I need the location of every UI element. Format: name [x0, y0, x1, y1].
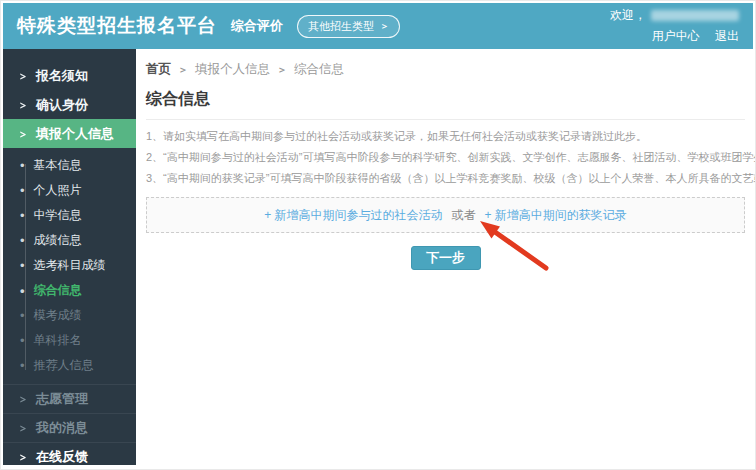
top-header: 特殊类型招生报名平台 综合评价 其他招生类型 ＞ 欢迎， 用户中心 退出: [3, 3, 753, 49]
sidebar-item-elective-scores[interactable]: • 选考科目成绩: [3, 253, 136, 278]
sidebar-item-fill-personal-info[interactable]: ＞ 填报个人信息: [3, 119, 136, 148]
chevron-right-icon: ＞: [18, 67, 28, 84]
bullet-icon: •: [20, 309, 25, 322]
instruction-line-3: 3、“高中期间的获奖记录”可填写高中阶段获得的省级（含）以上学科竞赛奖励、校级（…: [146, 171, 745, 186]
sidebar-item-application-management[interactable]: ＞ 志愿管理: [3, 384, 136, 413]
bullet-icon: •: [20, 259, 25, 272]
sidebar-item-label: 选考科目成绩: [34, 257, 106, 274]
sidebar-item-online-feedback[interactable]: ＞ 在线反馈: [3, 442, 136, 470]
sidebar-item-basic-info[interactable]: • 基本信息: [3, 153, 136, 178]
header-right: 欢迎， 用户中心 退出: [610, 7, 739, 45]
or-text: 或者: [452, 207, 476, 224]
sidebar-item-label: 填报个人信息: [36, 125, 114, 143]
breadcrumb-separator-icon: ＞: [277, 63, 287, 77]
sidebar-item-label: 我的消息: [36, 419, 88, 437]
other-enrollment-type-label: 其他招生类型: [308, 19, 374, 34]
breadcrumb-separator-icon: ＞: [178, 63, 188, 77]
chevron-right-icon: ＞: [18, 449, 28, 466]
chevron-right-icon: ＞: [18, 125, 28, 142]
add-award-record-link[interactable]: + 新增高中期间的获奖记录: [485, 207, 627, 224]
sidebar-item-subject-ranking[interactable]: • 单科排名: [3, 328, 136, 353]
sidebar-item-my-messages[interactable]: ＞ 我的消息: [3, 413, 136, 442]
page-title: 综合信息: [146, 89, 745, 120]
sidebar-item-grade-info[interactable]: • 成绩信息: [3, 228, 136, 253]
sidebar-item-label: 中学信息: [34, 207, 82, 224]
sidebar-item-label: 成绩信息: [34, 232, 82, 249]
sidebar-item-label: 确认身份: [36, 96, 88, 114]
sidebar-item-label: 基本信息: [34, 157, 82, 174]
breadcrumb-home[interactable]: 首页: [146, 61, 171, 78]
sidebar-item-label: 单科排名: [34, 332, 82, 349]
instruction-line-1: 1、请如实填写在高中期间参与过的社会活动或获奖记录，如果无任何社会活动或获奖记录…: [146, 129, 745, 144]
sidebar-item-label: 综合信息: [34, 282, 82, 299]
app-title: 特殊类型招生报名平台: [17, 13, 217, 39]
app-subtitle: 综合评价: [231, 17, 283, 35]
user-links: 用户中心 退出: [610, 28, 739, 45]
logout-link[interactable]: 退出: [715, 29, 739, 43]
chevron-right-icon: ＞: [380, 20, 389, 33]
instructions-list: 1、请如实填写在高中期间参与过的社会活动或获奖记录，如果无任何社会活动或获奖记录…: [146, 129, 745, 186]
breadcrumb-current: 综合信息: [294, 61, 344, 78]
instruction-line-2: 2、“高中期间参与过的社会活动”可填写高中阶段参与的科学研究、创新实践、文学创作…: [146, 150, 745, 165]
bullet-icon: •: [20, 184, 25, 197]
bullet-icon: •: [20, 359, 25, 372]
sidebar-item-signup-notice[interactable]: ＞ 报名须知: [3, 61, 136, 90]
blurred-username: [651, 10, 739, 21]
sidebar-nav: ＞ 报名须知 ＞ 确认身份 ＞ 填报个人信息 • 基本信息 • 个人照片 • 中…: [3, 49, 136, 465]
bullet-icon: •: [20, 209, 25, 222]
sidebar-item-mock-exam-scores[interactable]: • 模考成绩: [3, 303, 136, 328]
next-step-button[interactable]: 下一步: [411, 246, 481, 270]
sidebar-item-label: 在线反馈: [36, 448, 88, 466]
header-left: 特殊类型招生报名平台 综合评价 其他招生类型 ＞: [17, 13, 400, 39]
sidebar-item-school-info[interactable]: • 中学信息: [3, 203, 136, 228]
app-window: 特殊类型招生报名平台 综合评价 其他招生类型 ＞ 欢迎， 用户中心 退出 ＞ 报…: [0, 0, 756, 470]
add-social-activity-link[interactable]: + 新增高中期间参与过的社会活动: [264, 207, 442, 224]
sidebar-item-label: 推荐人信息: [34, 357, 94, 374]
sidebar-item-personal-photo[interactable]: • 个人照片: [3, 178, 136, 203]
welcome-row: 欢迎，: [610, 7, 739, 24]
chevron-right-icon: ＞: [18, 391, 28, 408]
sidebar-item-recommender-info[interactable]: • 推荐人信息: [3, 353, 136, 378]
sidebar-item-label: 个人照片: [34, 182, 82, 199]
breadcrumb-fill-personal-info[interactable]: 填报个人信息: [195, 61, 270, 78]
user-center-link[interactable]: 用户中心: [652, 29, 700, 43]
bullet-icon: •: [20, 234, 25, 247]
main-content: 首页 ＞ 填报个人信息 ＞ 综合信息 综合信息 1、请如实填写在高中期间参与过的…: [146, 49, 751, 467]
sidebar-item-label: 报名须知: [36, 67, 88, 85]
sidebar-item-label: 模考成绩: [34, 307, 82, 324]
welcome-label: 欢迎，: [610, 7, 646, 24]
other-enrollment-type-button[interactable]: 其他招生类型 ＞: [297, 15, 400, 38]
sidebar-item-comprehensive-info[interactable]: • 综合信息: [3, 278, 136, 303]
bullet-icon: •: [20, 159, 25, 172]
sidebar-item-label: 志愿管理: [36, 390, 88, 408]
breadcrumb: 首页 ＞ 填报个人信息 ＞ 综合信息: [146, 61, 745, 78]
chevron-right-icon: ＞: [18, 420, 28, 437]
bullet-icon: •: [20, 334, 25, 347]
sidebar-item-confirm-identity[interactable]: ＞ 确认身份: [3, 90, 136, 119]
add-records-panel: + 新增高中期间参与过的社会活动 或者 + 新增高中期间的获奖记录: [146, 197, 745, 233]
sidebar-subitems: • 基本信息 • 个人照片 • 中学信息 • 成绩信息 • 选考科目成绩 • 综…: [3, 148, 136, 384]
bullet-icon: •: [20, 284, 25, 297]
chevron-right-icon: ＞: [18, 96, 28, 113]
